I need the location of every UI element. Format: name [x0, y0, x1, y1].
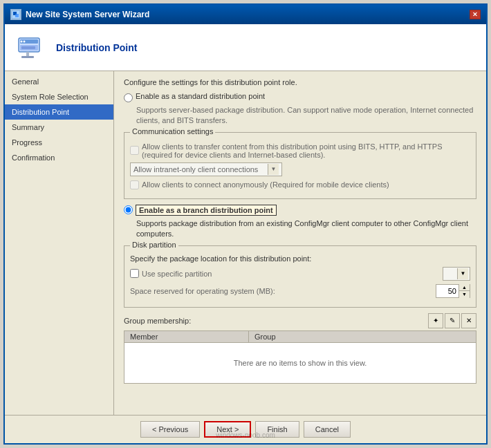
intranet-combo[interactable]: Allow intranet-only client connections ▼ [130, 162, 282, 176]
partition-checkbox-label: Use specific partition [142, 270, 212, 278]
content-area: General System Role Selection Distributi… [5, 71, 486, 415]
anon-checkbox-label: Allow clients to connect anonymously (Re… [142, 180, 389, 189]
header-icon [15, 31, 48, 64]
sidebar-item-general[interactable]: General [5, 74, 113, 89]
standard-radio[interactable] [124, 93, 133, 102]
next-button[interactable]: Next > [204, 421, 251, 438]
space-value: 50 [436, 285, 458, 297]
sidebar: General System Role Selection Distributi… [5, 71, 114, 415]
disk-desc: Specify the package location for this di… [130, 254, 470, 263]
communication-group-title: Communication settings [130, 127, 215, 136]
sidebar-item-distribution-point[interactable]: Distribution Point [5, 104, 113, 120]
main-panel: Configure the settings for this distribu… [114, 71, 486, 415]
sidebar-item-progress[interactable]: Progress [5, 135, 113, 150]
wizard-window: New Site System Server Wizard ✕ Distribu… [3, 3, 488, 445]
communication-content: Allow clients to transfer content from t… [130, 142, 470, 189]
comm-checkbox1-row: Allow clients to transfer content from t… [130, 142, 470, 159]
svg-rect-2 [15, 14, 19, 17]
prev-button[interactable]: < Previous [140, 421, 200, 438]
gm-remove-icon: ✕ [466, 317, 472, 324]
gm-col-member: Member [124, 331, 249, 342]
comm-checkbox2-row: Allow clients to connect anonymously (Re… [130, 180, 470, 189]
standard-radio-row: Enable as a standard distribution point [124, 92, 476, 102]
branch-radio-row: Enable as a branch distribution point [124, 205, 476, 216]
branch-radio[interactable] [124, 205, 133, 214]
space-row: Space reserved for operating system (MB)… [130, 284, 470, 298]
partition-checkbox[interactable] [130, 269, 139, 278]
standard-radio-label: Enable as a standard distribution point [136, 92, 265, 100]
gm-add-icon: ✦ [433, 317, 438, 324]
spin-buttons: ▲ ▼ [458, 284, 470, 298]
title-bar-text: New Site System Server Wizard [26, 10, 149, 19]
sidebar-item-summary[interactable]: Summary [5, 120, 113, 135]
partition-combo-arrow: ▼ [457, 268, 468, 279]
header-title: Distribution Point [56, 42, 137, 53]
sidebar-item-system-role-selection[interactable]: System Role Selection [5, 89, 113, 104]
cancel-button[interactable]: Cancel [304, 421, 351, 438]
intranet-combo-value: Allow intranet-only client connections [133, 165, 258, 174]
spin-up-button[interactable]: ▲ [459, 284, 470, 292]
bits-checkbox[interactable] [130, 146, 139, 155]
disk-content: Specify the package location for this di… [130, 254, 470, 298]
svg-rect-8 [21, 46, 35, 49]
branch-radio-desc: Supports package distribution from an ex… [136, 218, 476, 240]
anon-checkbox[interactable] [130, 180, 139, 189]
footer: < Previous Next > Finish Cancel windows-… [5, 415, 486, 443]
gm-empty-text: There are no items to show in this view. [234, 359, 367, 367]
gm-col-group: Group [249, 331, 476, 342]
gm-label: Group membership: [124, 317, 191, 325]
gm-toolbar: ✦ ✎ ✕ [428, 313, 476, 328]
svg-rect-9 [26, 52, 29, 56]
close-button[interactable]: ✕ [470, 10, 481, 19]
space-label: Space reserved for operating system (MB)… [130, 287, 433, 295]
gm-body: There are no items to show in this view. [124, 342, 476, 384]
spin-down-button[interactable]: ▼ [459, 291, 470, 298]
header-area: Distribution Point [5, 24, 486, 71]
communication-group: Communication settings Allow clients to … [124, 132, 476, 199]
svg-point-7 [24, 40, 26, 42]
main-description: Configure the settings for this distribu… [124, 78, 476, 86]
standard-radio-desc: Supports server-based package distributi… [136, 105, 476, 127]
branch-radio-label: Enable as a branch distribution point [136, 205, 277, 216]
wizard-icon [10, 9, 21, 20]
combo-row: Allow intranet-only client connections ▼ [130, 162, 470, 176]
partition-combo[interactable]: ▼ [443, 267, 470, 281]
svg-rect-4 [20, 39, 38, 44]
gm-edit-icon: ✎ [450, 317, 455, 324]
bits-checkbox-label: Allow clients to transfer content from t… [142, 142, 470, 159]
svg-rect-10 [21, 56, 34, 58]
gm-remove-button[interactable]: ✕ [461, 313, 476, 328]
gm-add-button[interactable]: ✦ [428, 313, 443, 328]
space-spinbox[interactable]: 50 ▲ ▼ [436, 284, 470, 298]
title-bar: New Site System Server Wizard ✕ [5, 5, 486, 24]
combo-arrow-icon: ▼ [268, 164, 279, 175]
sidebar-item-confirmation[interactable]: Confirmation [5, 150, 113, 165]
disk-partition-group: Disk partition Specify the package locat… [124, 245, 476, 308]
group-membership-section: Group membership: ✦ ✎ ✕ Member [124, 313, 476, 384]
gm-header: Group membership: ✦ ✎ ✕ [124, 313, 476, 328]
finish-button[interactable]: Finish [255, 421, 299, 438]
disk-partition-title: Disk partition [130, 241, 178, 249]
title-bar-left: New Site System Server Wizard [10, 9, 149, 20]
gm-table-header: Member Group [124, 330, 476, 342]
gm-edit-button[interactable]: ✎ [445, 313, 460, 328]
disk-checkbox-row: Use specific partition ▼ [130, 267, 470, 281]
svg-point-6 [21, 40, 23, 42]
